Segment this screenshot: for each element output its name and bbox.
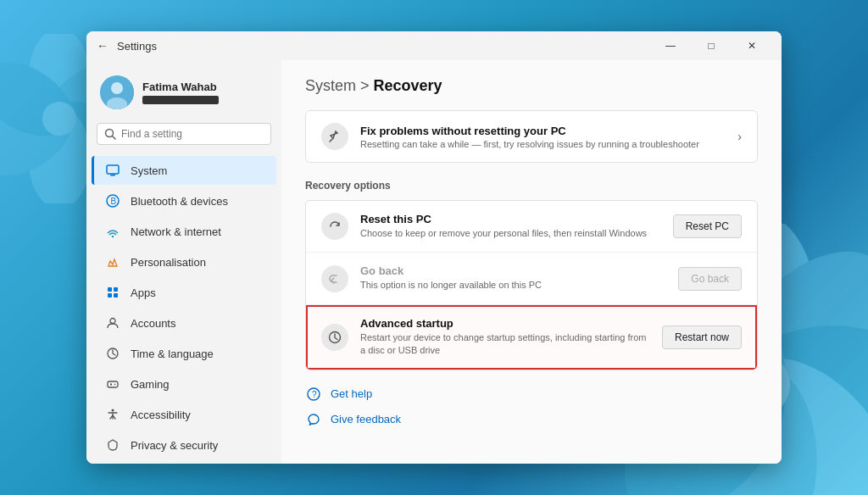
sidebar-item-bluetooth[interactable]: B Bluetooth & devices [92,186,276,215]
sidebar-label-time: Time & language [131,348,214,360]
get-help-icon: ? [305,386,322,403]
fix-icon [321,123,348,150]
svg-point-17 [111,82,123,94]
minimize-button[interactable]: — [651,31,690,60]
sidebar-label-accessibility: Accessibility [131,409,191,421]
sidebar-label-apps: Apps [131,286,156,299]
titlebar: ← Settings — □ ✕ [86,31,782,60]
sidebar-item-system[interactable]: System [92,156,276,185]
gaming-icon [105,376,120,392]
privacy-icon [105,437,120,453]
sidebar-item-time[interactable]: Time & language [92,339,276,368]
option-go-back-desc: This option is no longer available on th… [360,279,666,292]
svg-point-9 [28,34,90,130]
recovery-options: Reset this PC Choose to keep or remove y… [305,200,758,370]
svg-point-12 [28,108,90,203]
fix-card-desc: Resetting can take a while — first, try … [360,139,726,149]
svg-text:B: B [111,197,117,206]
accessibility-icon [105,407,120,422]
option-advanced-startup: Advanced startup Restart your device to … [306,305,757,370]
sidebar-label-system: System [131,164,167,177]
option-reset-pc: Reset this PC Choose to keep or remove y… [306,201,757,253]
window-title: Settings [117,40,157,53]
get-help-label: Get help [331,387,372,400]
bottom-links: ? Get help Give feedback [305,386,758,428]
svg-point-15 [42,102,76,136]
sidebar-label-accounts: Accounts [131,317,175,330]
bluetooth-icon: B [105,193,120,209]
option-advanced-startup-desc: Restart your device to change startup se… [360,331,650,358]
user-info: Fatima Wahab [142,81,219,104]
svg-point-14 [0,47,85,152]
back-button[interactable]: ← [97,39,108,53]
svg-point-30 [110,319,115,324]
option-reset-pc-desc: Choose to keep or remove your personal f… [360,227,661,240]
user-email-bar [142,96,219,104]
search-input[interactable] [121,128,264,140]
sidebar-label-privacy: Privacy & security [131,439,218,452]
system-icon [105,163,120,178]
section-label: Recovery options [305,180,758,192]
give-feedback-label: Give feedback [331,413,401,425]
user-section: Fatima Wahab [86,69,281,123]
get-help-link[interactable]: ? Get help [305,386,758,403]
svg-rect-26 [108,287,112,292]
restart-now-button[interactable]: Restart now [662,325,742,349]
main-layout: Fatima Wahab System B [86,60,782,464]
give-feedback-icon [305,411,322,428]
svg-line-20 [113,136,116,140]
reset-pc-button[interactable]: Reset PC [673,214,742,238]
reset-icon [321,213,348,240]
svg-point-36 [112,409,114,412]
svg-point-25 [112,236,114,237]
sidebar: Fatima Wahab System B [86,60,281,464]
option-go-back-text: Go back This option is no longer availab… [360,264,666,292]
svg-rect-32 [108,381,118,387]
sidebar-item-gaming[interactable]: Gaming [92,370,276,398]
option-advanced-startup-text: Advanced startup Restart your device to … [360,317,650,358]
svg-rect-27 [114,287,118,292]
option-go-back: Go back This option is no longer availab… [306,253,757,304]
option-reset-pc-text: Reset this PC Choose to keep or remove y… [360,213,661,240]
svg-point-13 [0,86,85,192]
sidebar-item-accounts[interactable]: Accounts [92,309,276,337]
fix-card-title: Fix problems without resetting your PC [360,125,726,137]
go-back-icon [321,265,348,292]
breadcrumb-current: Recovery [374,77,442,94]
sidebar-item-personalisation[interactable]: Personalisation [92,248,276,276]
svg-rect-29 [114,293,118,298]
accounts-icon [105,315,120,331]
search-icon [104,128,116,140]
option-go-back-title: Go back [360,264,666,277]
svg-rect-22 [110,175,115,176]
settings-window: ← Settings — □ ✕ Fatima Wahab [86,31,782,464]
user-name: Fatima Wahab [142,81,219,93]
time-icon [105,346,120,361]
sidebar-item-apps[interactable]: Apps [92,278,276,307]
chevron-right-icon: › [737,130,742,143]
apps-icon [105,285,120,300]
svg-point-35 [114,384,116,386]
breadcrumb-separator: > [360,77,374,94]
breadcrumb-parent: System [305,77,356,94]
maximize-button[interactable]: □ [692,31,731,60]
search-box[interactable] [97,123,271,145]
go-back-button[interactable]: Go back [678,267,742,291]
option-reset-pc-title: Reset this PC [360,213,661,225]
sidebar-label-gaming: Gaming [131,378,170,391]
svg-rect-28 [108,293,112,298]
sidebar-label-personalisation: Personalisation [131,256,206,269]
window-controls: — □ ✕ [651,31,771,60]
close-button[interactable]: ✕ [732,31,771,60]
advanced-startup-icon [321,324,348,351]
sidebar-label-bluetooth: Bluetooth & devices [131,195,228,208]
fix-card-text: Fix problems without resetting your PC R… [360,125,726,149]
sidebar-item-privacy[interactable]: Privacy & security [92,431,276,459]
network-icon [105,224,120,239]
give-feedback-link[interactable]: Give feedback [305,411,758,428]
personalisation-icon [105,254,120,270]
sidebar-item-accessibility[interactable]: Accessibility [92,400,276,429]
fix-problems-card[interactable]: Fix problems without resetting your PC R… [305,110,758,163]
sidebar-item-network[interactable]: Network & internet [92,217,276,246]
avatar [100,75,134,109]
